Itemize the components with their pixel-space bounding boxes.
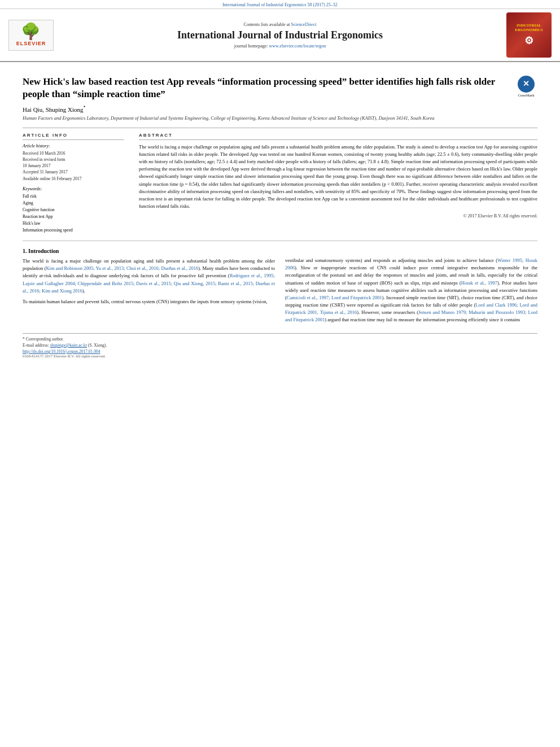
journal-ref-text: International Journal of Industrial Ergo…: [222, 2, 338, 7]
article-title-text: New Hick's law based reaction test App r…: [23, 76, 495, 99]
badge-title-line2: ERGONOMICS: [515, 28, 542, 32]
page-footer: * Corresponding author. E-mail address: …: [23, 333, 537, 361]
journal-header: 🌳 ELSEVIER Contents lists available at S…: [0, 9, 560, 62]
authors-line: Hai Qiu, Shuping Xiong*: [23, 105, 537, 113]
intro-section-name: Introduction: [28, 248, 59, 254]
history-available: Available online 16 February 2017: [23, 176, 124, 182]
corresponding-note-text: * Corresponding author.: [23, 337, 64, 342]
article-title-container: New Hick's law based reaction test App r…: [23, 76, 537, 101]
crossmark-circle: ✕: [518, 76, 535, 93]
header-left: 🌳 ELSEVIER: [6, 12, 56, 58]
keyword-6: Information processing speed: [23, 227, 124, 234]
article-history: Article history: Received 10 March 2016 …: [23, 143, 124, 182]
ref-winter-horak[interactable]: Winter 1995; Horak 2006: [285, 257, 537, 270]
section-separator: [23, 241, 537, 241]
intro-right-para-1: vestibular and somatosensory systems) an…: [285, 257, 537, 324]
email-line: E-mail address: shupingx@kaist.ac.kr (S.…: [23, 342, 537, 348]
intro-left-col: 1. Introduction The world is facing a ma…: [23, 248, 275, 327]
issn-line: 0169-8141/© 2017 Elsevier B.V. All right…: [23, 354, 537, 359]
intro-section-number: 1.: [23, 248, 27, 254]
affiliation-text: Human Factors and Ergonomics Laboratory,…: [23, 115, 537, 122]
keyword-1: Fall risk: [23, 193, 124, 200]
keyword-3: Cognitive function: [23, 207, 124, 213]
keyword-2: Aging: [23, 200, 124, 207]
corresponding-mark: *: [84, 105, 86, 110]
abstract-text: The world is facing a major challenge on…: [139, 143, 537, 211]
journal-title-header: International Journal of Industrial Ergo…: [62, 29, 498, 41]
history-revised-date: 10 January 2017: [23, 163, 124, 169]
intro-left-text: The world is facing a major challenge on…: [23, 257, 275, 305]
intro-section-title: 1. Introduction: [23, 248, 275, 254]
history-title: Article history:: [23, 143, 124, 148]
corresponding-note: * Corresponding author.: [23, 336, 537, 342]
ref-horak1997[interactable]: Horak et al., 1997: [461, 280, 497, 286]
history-accepted: Accepted 31 January 2017: [23, 169, 124, 175]
ref-rodriguez[interactable]: Rodriguez et al., 1995; Lajoie and Galla…: [23, 273, 275, 293]
header-right: INDUSTRIAL ERGONOMICS ⚙: [504, 12, 554, 58]
article-info-column: ARTICLE INFO Article history: Received 1…: [23, 133, 130, 234]
main-content: New Hick's law based reaction test App r…: [0, 62, 560, 333]
ref-camicioli[interactable]: Camicioli et al., 1997; Lord and Fitzpat…: [287, 295, 382, 300]
doi-link[interactable]: http://dx.doi.org/10.1016/j.ergon.2017.0…: [23, 349, 100, 354]
email-label: E-mail address:: [23, 343, 49, 348]
keywords-section: Keywords: Fall risk Aging Cognitive func…: [23, 186, 124, 234]
intro-right-col: vestibular and somatosensory systems) an…: [285, 248, 537, 327]
email-link[interactable]: shupingx@kaist.ac.kr: [50, 343, 87, 348]
page: International Journal of Industrial Ergo…: [0, 0, 560, 747]
journal-badge: INDUSTRIAL ERGONOMICS ⚙: [506, 12, 552, 58]
intro-right-text: vestibular and somatosensory systems) an…: [285, 257, 537, 324]
contents-prefix: Contents lists available at: [244, 22, 291, 27]
copyright-line: © 2017 Elsevier B.V. All rights reserved…: [139, 213, 537, 219]
homepage-url: www.elsevier.com/locate/ergon: [269, 43, 326, 49]
homepage-prefix: journal homepage:: [234, 43, 269, 49]
doi-line: http://dx.doi.org/10.1016/j.ergon.2017.0…: [23, 348, 537, 354]
badge-title-line1: INDUSTRIAL: [517, 23, 541, 28]
ref-kim-robinson[interactable]: Kim and Robinson 2005; Yu et al., 2013; …: [46, 265, 198, 271]
badge-icon: ⚙: [524, 34, 533, 47]
intro-para-1: The world is facing a major challenge on…: [23, 257, 275, 295]
sciencedirect-link[interactable]: ScienceDirect: [291, 22, 317, 27]
homepage-line: journal homepage: www.elsevier.com/locat…: [62, 43, 498, 49]
history-received-revised: Received in revised form: [23, 156, 124, 163]
info-abstract-section: ARTICLE INFO Article history: Received 1…: [23, 128, 537, 234]
crossmark-label: CrossMark: [518, 94, 534, 98]
email-attribution: (S. Xiong).: [88, 343, 107, 348]
abstract-label: ABSTRACT: [139, 133, 537, 140]
keyword-5: Hick's law: [23, 220, 124, 227]
keyword-4: Reaction test App: [23, 213, 124, 220]
authors-text: Hai Qiu, Shuping Xiong: [23, 106, 84, 113]
elsevier-label: ELSEVIER: [16, 41, 46, 46]
keywords-title: Keywords:: [23, 186, 124, 191]
intro-para-2: To maintain human balance and prevent fa…: [23, 298, 275, 305]
contents-line: Contents lists available at ScienceDirec…: [62, 22, 498, 27]
introduction-section: 1. Introduction The world is facing a ma…: [23, 248, 537, 327]
journal-reference-bar: International Journal of Industrial Ergo…: [0, 0, 560, 9]
elsevier-tree-icon: 🌳: [21, 24, 41, 40]
abstract-column: ABSTRACT The world is facing a major cha…: [139, 133, 537, 234]
crossmark-badge: ✕ CrossMark: [515, 76, 537, 98]
elsevier-logo: 🌳 ELSEVIER: [8, 20, 54, 51]
article-info-label: ARTICLE INFO: [23, 133, 124, 140]
header-center: Contents lists available at ScienceDirec…: [62, 12, 498, 58]
history-received: Received 10 March 2016: [23, 150, 124, 156]
